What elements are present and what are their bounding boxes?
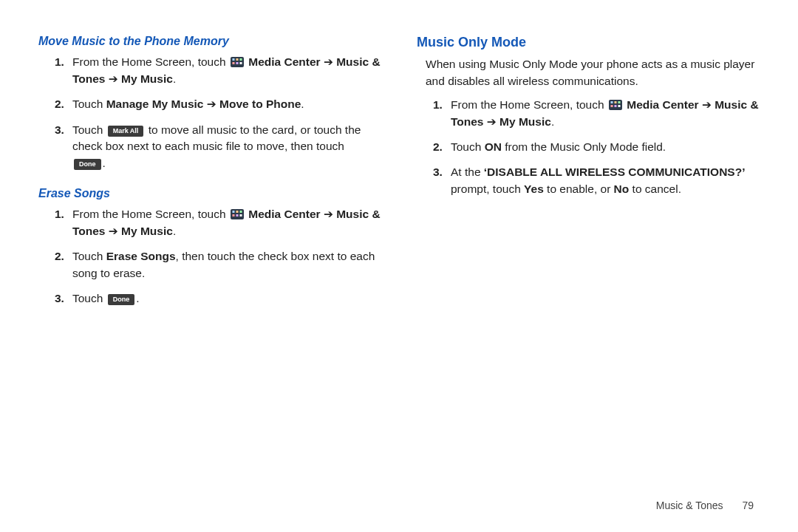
arrow-icon: ➔ — [109, 72, 118, 86]
mark-all-button-graphic: Mark All — [108, 126, 144, 137]
step-item: 2. Touch Manage My Music ➔ Move to Phone… — [55, 96, 393, 112]
step-text: to cancel. — [629, 183, 681, 195]
step-text: From the Home Screen, touch — [72, 55, 229, 68]
step-text: Touch — [72, 292, 106, 304]
done-button-graphic: Done — [74, 159, 101, 170]
heading-move-music: Move Music to the Phone Memory — [38, 33, 393, 50]
heading-music-only-mode: Music Only Mode — [417, 33, 771, 52]
step-number: 1. — [433, 97, 443, 113]
step-number: 2. — [433, 139, 443, 155]
heading-erase-songs: Erase Songs — [38, 185, 393, 202]
bold-text: No — [614, 183, 630, 195]
step-text: to enable, or — [544, 183, 614, 195]
step-text: At the — [451, 166, 484, 178]
step-number: 3. — [55, 122, 64, 138]
bold-text: Manage My Music ➔ Move to Phone — [106, 98, 301, 110]
step-text: From the Home Screen, touch — [451, 98, 607, 111]
step-text: Touch — [72, 250, 106, 262]
done-button-graphic: Done — [108, 294, 135, 305]
step-item: 3. Touch Done. — [55, 290, 393, 307]
step-text: Touch — [72, 123, 106, 136]
step-item: 2. Touch Erase Songs, then touch the che… — [55, 248, 393, 282]
media-center-icon — [231, 208, 244, 218]
step-text: From the Home Screen, touch — [72, 208, 229, 220]
step-item: 1. From the Home Screen, touch Media Cen… — [433, 97, 771, 130]
step-text: from the Music Only Mode field. — [502, 140, 666, 153]
arrow-icon: ➔ — [324, 55, 333, 69]
page-footer: Music & Tones 79 — [656, 498, 754, 513]
bold-text: ‘DISABLE ALL WIRELESS COMMUNICATIONS?’ — [484, 166, 746, 178]
bold-text: Yes — [524, 183, 544, 195]
bold-text: Erase Songs — [106, 250, 176, 262]
step-number: 2. — [55, 248, 64, 265]
intro-paragraph: When using Music Only Mode your phone ac… — [426, 56, 771, 89]
footer-page-number: 79 — [742, 499, 754, 511]
step-item: 3. At the ‘DISABLE ALL WIRELESS COMMUNIC… — [433, 164, 771, 197]
step-item: 1. From the Home Screen, touch Media Cen… — [55, 206, 393, 239]
step-text: Touch — [451, 140, 485, 153]
step-number: 3. — [433, 164, 443, 180]
left-column: Move Music to the Phone Memory 1. From t… — [35, 33, 393, 321]
step-item: 2. Touch ON from the Music Only Mode fie… — [433, 139, 771, 155]
arrow-icon: ➔ — [702, 98, 712, 112]
arrow-icon: ➔ — [109, 225, 118, 238]
steps-music-only-mode: 1. From the Home Screen, touch Media Cen… — [414, 97, 771, 197]
step-item: 3. Touch Mark All to move all music to t… — [55, 122, 393, 171]
media-center-icon — [609, 98, 622, 109]
arrow-icon: ➔ — [487, 115, 497, 129]
steps-erase-songs: 1. From the Home Screen, touch Media Cen… — [35, 206, 393, 307]
media-center-icon — [231, 55, 244, 66]
arrow-icon: ➔ — [324, 208, 333, 221]
page-body: Move Music to the Phone Memory 1. From t… — [0, 0, 798, 321]
bold-text: ON — [485, 140, 502, 153]
step-number: 3. — [55, 290, 64, 307]
step-text: Touch — [72, 98, 106, 110]
step-number: 2. — [55, 96, 64, 112]
arrow-icon: ➔ — [207, 98, 216, 111]
step-item: 1. From the Home Screen, touch Media Cen… — [55, 54, 393, 87]
step-number: 1. — [55, 206, 64, 222]
right-column: Music Only Mode When using Music Only Mo… — [414, 33, 771, 321]
footer-section-name: Music & Tones — [656, 499, 723, 511]
step-number: 1. — [55, 54, 64, 70]
step-text: prompt, touch — [451, 183, 524, 195]
steps-move-music: 1. From the Home Screen, touch Media Cen… — [35, 54, 393, 171]
